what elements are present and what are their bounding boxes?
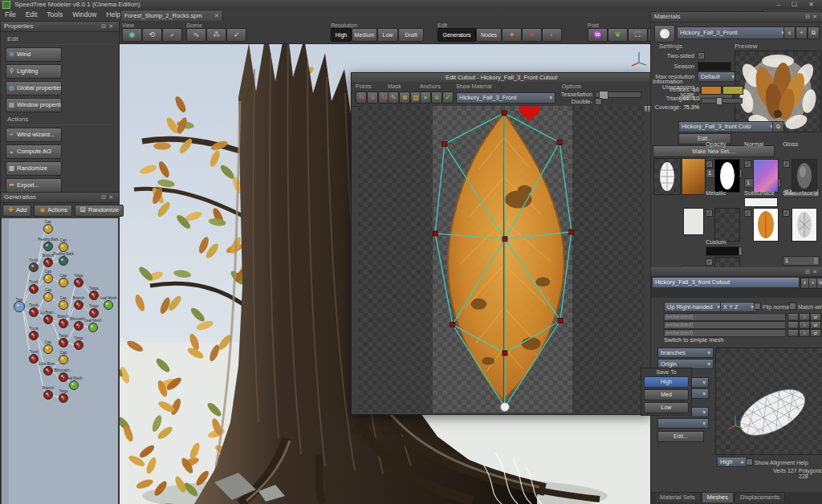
color-map-thumb[interactable] [682, 158, 706, 195]
remove-anchor-button[interactable]: ⊗ [431, 91, 442, 104]
resolution-high-button[interactable]: High [331, 28, 352, 42]
match-winding-checkbox[interactable]: Match winding [789, 303, 822, 310]
grow-tool-button[interactable]: ➶ [226, 28, 246, 42]
graph-node-cap[interactable]: Cap [59, 274, 68, 287]
tab-close-icon[interactable]: ✕ [210, 10, 219, 21]
map-thumb-gloss[interactable] [791, 159, 817, 193]
graph-node-twigs[interactable]: YTwigs [89, 304, 99, 318]
season-post-button[interactable]: ❦ [608, 28, 628, 42]
spline-tool-button[interactable]: ∿ [186, 28, 206, 42]
generation-graph[interactable]: TreeTrunkYTrunkYTrunkYTrunkYTrunkCapPeel… [2, 218, 118, 504]
graph-node-twigs[interactable]: YTwigs [59, 334, 68, 348]
mesh-field-branches[interactable]: branches▾ [657, 348, 714, 358]
randomize-button[interactable]: ▩Randomize [6, 161, 62, 176]
mesh-lod-select[interactable]: High▸ [717, 457, 747, 467]
save-to-med-button[interactable]: Med [644, 389, 689, 400]
slider-handle[interactable] [716, 97, 722, 105]
graph-node-trunk[interactable]: YTrunk [29, 280, 39, 294]
graph-node-cap[interactable]: Cap [44, 340, 53, 354]
map-thumb-color-2[interactable] [683, 208, 704, 235]
snap-anchor-button[interactable]: ✔ [442, 91, 454, 104]
graph-node-branch[interactable]: YBranch [43, 386, 55, 400]
close-panel-icon[interactable]: ✕ [812, 269, 820, 274]
mesh-vertex-handle[interactable] [557, 140, 562, 144]
color-slider[interactable] [701, 98, 743, 104]
bottom-anchor-handle[interactable] [501, 403, 510, 412]
dialog-title-bar[interactable]: Edit Cutout - Hickory_Fall_3_Front Cutou… [352, 73, 651, 82]
close-panel-icon[interactable]: ✕ [108, 194, 116, 200]
save-to-high-button[interactable]: High [644, 376, 689, 388]
cutout-set-options-button[interactable]: ⧉ [772, 121, 784, 132]
lighting-button[interactable]: ⚲Lighting [6, 64, 62, 79]
add-remove-material-button[interactable]: ± [783, 26, 796, 39]
wind-button[interactable]: ≋Wind [6, 47, 62, 62]
graph-node-tree[interactable]: Tree [14, 298, 25, 312]
mesh-vertex-handle[interactable] [503, 351, 507, 356]
tessellation-slider[interactable] [595, 91, 641, 98]
browse-file-button[interactable]: … [787, 313, 799, 321]
map-enabled-checkbox[interactable]: ✓ [783, 161, 790, 168]
map-enabled-checkbox[interactable]: ✓ [706, 258, 713, 266]
new-material-button[interactable]: + [796, 26, 808, 39]
map-value-subsurfacepct[interactable]: 1 [783, 256, 820, 266]
cutout-set-select[interactable]: Hickory_Fall_3_front Cuto▾ [678, 121, 776, 132]
render-post-button[interactable]: ⛶ [628, 28, 648, 42]
flip-normals-checkbox[interactable]: Flip normals [754, 303, 793, 310]
global-properties-button[interactable]: ◍Global properties [6, 81, 62, 96]
color-swatch[interactable] [701, 86, 722, 95]
tab-material-sets[interactable]: Material Sets [654, 492, 701, 502]
graph-node-twigs[interactable]: YTwigs [59, 389, 68, 403]
tab-meshes[interactable]: Meshes [702, 492, 734, 502]
browse-file-button[interactable]: … [787, 329, 799, 337]
material-options-button[interactable]: ⧉ [808, 26, 820, 39]
window-properties-button[interactable]: ▦Window properties [6, 98, 62, 112]
remove-point-button[interactable]: ⊗ [367, 91, 378, 104]
reload-button[interactable]: ○ [799, 329, 810, 337]
orbit-camera-button[interactable]: ⟲ [142, 28, 162, 42]
dock-icon[interactable]: ⊟ [805, 269, 812, 274]
actions-button[interactable]: ◉Actions [34, 205, 72, 217]
cutout-wireframe-thumb[interactable] [653, 158, 681, 195]
season-value-box[interactable] [698, 62, 731, 71]
resolution-generators-button[interactable]: Generators [437, 28, 476, 42]
graph-node-cap[interactable]: Cap [44, 270, 53, 283]
mesh-edit-button[interactable]: Edit... [657, 431, 704, 442]
document-tab[interactable]: Forest_Stump_2_Rocks.spm ✕ [120, 10, 223, 22]
export-button[interactable]: ➦Export... [6, 178, 62, 193]
graph-node-leaf-mesh[interactable]: Leaf Mesh [100, 296, 117, 310]
graph-node-cap[interactable]: Cap [44, 288, 53, 302]
perspective-view-button[interactable]: ◉ [122, 28, 142, 42]
map-enabled-checkbox[interactable]: ✓ [706, 209, 713, 217]
paint-mask-button[interactable]: ✎ [388, 91, 399, 104]
show-material-select[interactable]: Hickory_Fall_3_Front▾ [456, 92, 555, 104]
swap-button[interactable]: ⇄ [810, 313, 821, 321]
resolution-low-button[interactable]: Low [377, 28, 398, 42]
graph-node-leaf-mesh[interactable]: Leaf Mesh [84, 319, 102, 332]
embedded-path-field[interactable]: (embedded) [664, 313, 786, 321]
map-value-subsurface[interactable] [744, 197, 778, 207]
menu-tools[interactable]: Tools [42, 9, 67, 20]
map-thumb-opacity[interactable] [714, 159, 740, 193]
mesh-preview[interactable] [715, 348, 822, 455]
resolution-nodes-button[interactable]: Nodes [476, 28, 502, 42]
map-value-custom[interactable] [706, 246, 739, 256]
graph-node-twigs[interactable]: YTwigs [74, 274, 83, 287]
graph-node-trunk[interactable]: Trunk [29, 258, 39, 272]
dark-sphere-button[interactable]: ◐ [542, 28, 562, 42]
graph-node-cap[interactable]: Cap [59, 296, 68, 310]
erase-mask-button[interactable]: ⊠ [399, 91, 410, 104]
heart-anchor-handle[interactable] [519, 106, 540, 121]
up-axis-select[interactable]: Up Right-handed▾ [664, 302, 723, 312]
dock-icon[interactable]: ⊟ [805, 14, 812, 19]
rotation-field-2[interactable]: ▾ [657, 418, 709, 429]
swap-button[interactable]: ⇄ [810, 321, 821, 329]
wind-wizard-button[interactable]: ⌁Wind wizard... [6, 128, 62, 142]
map-enabled-checkbox[interactable]: ✓ [783, 209, 790, 217]
map-thumb-metallic[interactable] [714, 208, 740, 242]
map-enabled-checkbox[interactable]: ✓ [744, 209, 751, 217]
dock-icon[interactable]: ⊟ [101, 194, 108, 200]
menu-file[interactable]: File [0, 9, 21, 20]
mesh-vertex-handle[interactable] [558, 319, 563, 323]
switch-simple-mesh-link[interactable]: Switch to simple mesh [664, 336, 724, 343]
close-panel-icon[interactable]: ✕ [812, 14, 820, 19]
